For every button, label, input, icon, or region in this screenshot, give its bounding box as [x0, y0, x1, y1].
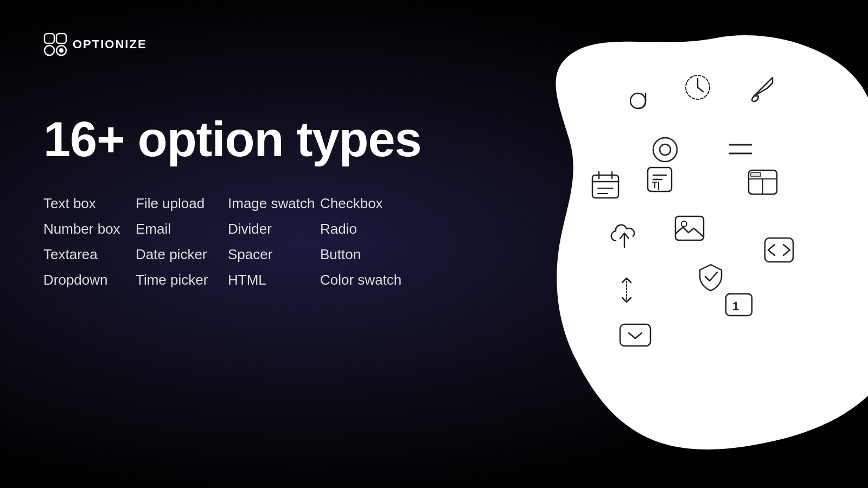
option-spacer: Spacer — [228, 246, 320, 263]
option-radio: Radio — [320, 221, 412, 237]
text-editor-icon: T| — [640, 160, 679, 199]
calendar-icon — [586, 165, 625, 204]
svg-rect-2 — [44, 46, 54, 55]
option-number-box: Number box — [43, 221, 136, 237]
option-html: HTML — [228, 272, 320, 288]
option-divider: Divider — [228, 221, 320, 237]
option-button: Button — [320, 246, 412, 263]
option-checkbox: Checkbox — [320, 195, 412, 212]
svg-point-7 — [653, 138, 677, 162]
code-icon — [760, 230, 799, 269]
svg-rect-0 — [44, 34, 54, 43]
option-date-picker: Date picker — [136, 246, 228, 263]
option-textarea: Textarea — [43, 246, 136, 263]
option-image-swatch: Image swatch — [228, 195, 320, 212]
paintbrush-icon — [743, 68, 782, 107]
option-color-swatch: Color swatch — [320, 272, 412, 288]
svg-rect-1 — [56, 34, 66, 43]
dropdown-icon — [616, 320, 655, 352]
options-grid: Text box File upload Image swatch Checkb… — [43, 195, 412, 288]
logo-text: OPTIONIZE — [73, 37, 147, 52]
svg-text:T|: T| — [652, 181, 660, 190]
logo-icon — [43, 33, 67, 56]
svg-point-27 — [681, 221, 687, 227]
svg-point-4 — [59, 48, 63, 53]
icons-layer: T| — [510, 16, 868, 461]
option-text-box: Text box — [43, 195, 136, 212]
main-heading: 16+ option types — [43, 114, 422, 165]
number-box-icon: 1 — [722, 287, 756, 322]
option-email: Email — [136, 221, 228, 237]
clock-icon — [678, 68, 717, 107]
upload-icon — [605, 217, 644, 256]
option-time-picker: Time picker — [136, 272, 228, 288]
blob-container: T| — [510, 16, 868, 461]
table-icon — [743, 163, 782, 202]
option-dropdown: Dropdown — [43, 272, 136, 288]
image-icon — [670, 209, 709, 248]
svg-text:1: 1 — [732, 299, 739, 313]
divider-icon — [724, 133, 757, 165]
spacer-icon — [610, 274, 643, 306]
option-number-box: File upload — [136, 195, 228, 212]
svg-rect-32 — [620, 324, 650, 346]
svg-rect-24 — [751, 172, 761, 177]
svg-point-8 — [660, 144, 671, 155]
svg-rect-26 — [675, 216, 704, 240]
logo: OPTIONIZE — [43, 33, 147, 56]
at-icon — [618, 81, 658, 120]
svg-rect-11 — [592, 175, 618, 198]
